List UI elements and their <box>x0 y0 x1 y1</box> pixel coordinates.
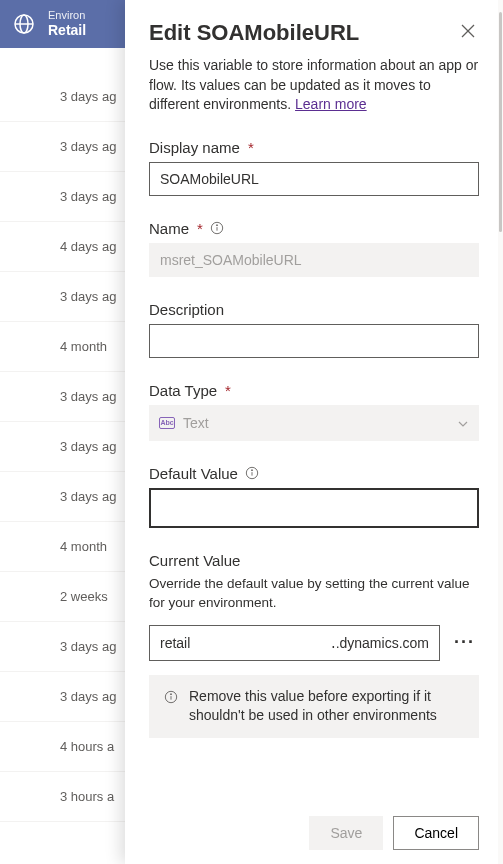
cancel-button[interactable]: Cancel <box>393 816 479 850</box>
svg-point-10 <box>251 470 252 471</box>
default-value-input[interactable] <box>149 488 479 528</box>
data-type-dropdown: Abc Text <box>149 405 479 441</box>
scrollbar[interactable] <box>498 0 503 864</box>
environment-eyebrow: Environ <box>48 9 86 22</box>
panel-title: Edit SOAMobileURL <box>149 20 359 46</box>
description-label: Description <box>149 301 479 318</box>
learn-more-link[interactable]: Learn more <box>295 96 367 112</box>
save-button[interactable]: Save <box>309 816 383 850</box>
name-input <box>149 243 479 277</box>
svg-point-7 <box>216 225 217 226</box>
info-icon <box>163 689 179 705</box>
data-type-value: Text <box>183 415 209 431</box>
edit-variable-panel: Edit SOAMobileURL Use this variable to s… <box>125 0 503 864</box>
display-name-label: Display name* <box>149 139 479 156</box>
warning-text: Remove this value before exporting if it… <box>189 687 465 726</box>
default-value-label: Default Value <box>149 465 479 482</box>
environment-block: Environ Retail <box>48 9 86 39</box>
close-button[interactable] <box>457 20 479 45</box>
ellipsis-icon: ··· <box>454 632 475 652</box>
environment-name: Retail <box>48 22 86 39</box>
export-warning: Remove this value before exporting if it… <box>149 675 479 738</box>
display-name-input[interactable] <box>149 162 479 196</box>
close-icon <box>461 25 475 41</box>
info-icon <box>209 220 225 236</box>
panel-footer: Save Cancel <box>125 802 503 864</box>
current-value-help: Override the default value by setting th… <box>149 575 479 613</box>
chevron-down-icon <box>457 417 469 429</box>
description-input[interactable] <box>149 324 479 358</box>
info-icon <box>244 465 260 481</box>
current-value-input[interactable]: retail ․.dynamics.com <box>149 625 440 661</box>
more-options-button[interactable]: ··· <box>450 628 479 657</box>
globe-icon <box>12 12 36 36</box>
svg-point-13 <box>170 693 171 694</box>
name-label: Name* <box>149 220 479 237</box>
data-type-label: Data Type* <box>149 382 479 399</box>
current-value-label: Current Value <box>149 552 479 569</box>
panel-description: Use this variable to store information a… <box>149 56 479 115</box>
text-type-icon: Abc <box>159 417 175 429</box>
